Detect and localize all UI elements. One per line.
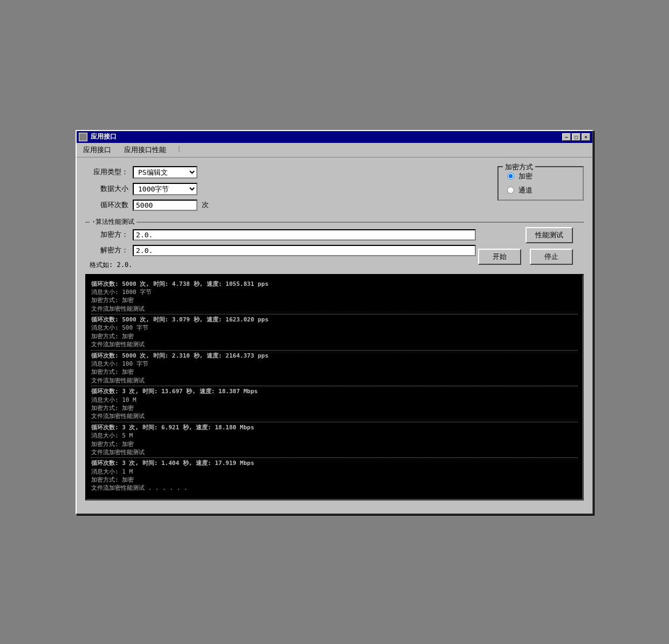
output-line: 文件流加密性能测试 bbox=[91, 305, 578, 313]
output-line: 消息大小: 100 字节 bbox=[91, 360, 578, 368]
output-line: 循环次数: 3 次, 时间: 13.697 秒, 速度: 18.387 Mbps bbox=[91, 387, 578, 395]
output-line: 文件流加密性能测试 bbox=[91, 448, 578, 456]
app-type-select[interactable]: PS编辑文 bbox=[133, 166, 197, 179]
encrypt-group: 加密方式 加密 通道 bbox=[497, 166, 584, 201]
maximize-button[interactable]: □ bbox=[572, 133, 581, 141]
output-line: 加密方式: 加密 bbox=[91, 368, 578, 376]
menu-bar: 应用接口 应用接口性能 | bbox=[77, 143, 592, 157]
start-button[interactable]: 开始 bbox=[478, 249, 521, 265]
button-area: 性能测试 开始 停止 bbox=[478, 227, 573, 265]
loop-count-unit: 次 bbox=[202, 200, 209, 210]
algo-section: ·算法性能测试 加密方： 解密方： 格式如: 2.0. 性能测试 开始 停止 bbox=[85, 222, 584, 270]
data-size-row: 数据大小 1000字节 bbox=[85, 183, 469, 195]
app-type-label: 应用类型： bbox=[85, 167, 128, 177]
minimize-button[interactable]: — bbox=[562, 133, 571, 141]
output-line: 循环次数: 5000 次, 时间: 3.079 秒, 速度: 1623.020 … bbox=[91, 316, 578, 324]
algo-section-label: ·算法性能测试 bbox=[90, 217, 136, 227]
output-line: 加密方式: 加密 bbox=[91, 332, 578, 340]
format-text: 格式如: 2.0. bbox=[90, 261, 476, 270]
form-left: 应用类型： PS编辑文 数据大小 1000字节 循环次数 5000 次 bbox=[85, 166, 469, 215]
top-row: 应用类型： PS编辑文 数据大小 1000字节 循环次数 5000 次 bbox=[85, 166, 584, 215]
menu-item-app-interface[interactable]: 应用接口 bbox=[81, 145, 113, 155]
stop-button[interactable]: 停止 bbox=[530, 249, 573, 265]
output-line: 加密方式: 加密 bbox=[91, 440, 578, 448]
encrypt-radio-row1: 加密 bbox=[507, 172, 574, 181]
encrypt-detail-input[interactable] bbox=[133, 229, 476, 241]
title-bar: 应用接口 — □ × bbox=[77, 131, 592, 143]
output-divider bbox=[91, 422, 578, 422]
encrypt-groupbox: 加密方式 加密 通道 bbox=[487, 166, 584, 201]
output-line: 消息大小: 500 字节 bbox=[91, 324, 578, 332]
encrypt-radio-option2[interactable] bbox=[507, 187, 514, 194]
data-size-label: 数据大小 bbox=[85, 184, 128, 194]
main-content: 应用类型： PS编辑文 数据大小 1000字节 循环次数 5000 次 bbox=[77, 157, 592, 513]
start-stop-buttons: 开始 停止 bbox=[478, 249, 573, 265]
test-button[interactable]: 性能测试 bbox=[525, 227, 573, 243]
output-line: 消息大小: 1000 字节 bbox=[91, 288, 578, 296]
output-line: 加密方式: 加密 bbox=[91, 404, 578, 412]
main-window: 应用接口 — □ × 应用接口 应用接口性能 | 应用类型： PS编辑文 bbox=[76, 130, 593, 515]
encrypt-group-title: 加密方式 bbox=[503, 162, 535, 172]
decrypt-detail-row: 解密方： bbox=[85, 245, 476, 256]
output-line: 文件流加密性能测试 bbox=[91, 412, 578, 420]
close-button[interactable]: × bbox=[582, 133, 590, 141]
output-line: 加密方式: 加密 bbox=[91, 476, 578, 484]
output-line: 循环次数: 5000 次, 时间: 2.310 秒, 速度: 2164.373 … bbox=[91, 352, 578, 360]
window-title: 应用接口 bbox=[91, 132, 117, 141]
title-bar-controls: — □ × bbox=[562, 133, 590, 141]
output-divider bbox=[91, 386, 578, 386]
output-line: 文件流加密性能测试 bbox=[91, 340, 578, 348]
loop-count-row: 循环次数 5000 次 bbox=[85, 200, 469, 211]
loop-count-label: 循环次数 bbox=[85, 200, 128, 210]
decrypt-detail-input[interactable] bbox=[133, 245, 476, 256]
app-type-row: 应用类型： PS编辑文 bbox=[85, 166, 469, 179]
output-line: 文件流加密性能测试 . . . . . . bbox=[91, 484, 578, 492]
data-size-select[interactable]: 1000字节 bbox=[133, 183, 197, 195]
output-line: 文件流加密性能测试 bbox=[91, 376, 578, 385]
title-bar-left: 应用接口 bbox=[79, 132, 117, 141]
encrypt-radio-row2: 通道 bbox=[507, 186, 574, 195]
output-line: 循环次数: 3 次, 时间: 6.921 秒, 速度: 18.180 Mbps bbox=[91, 423, 578, 431]
menu-separator: | bbox=[177, 145, 181, 155]
output-line: 消息大小: 10 M bbox=[91, 396, 578, 404]
output-line: 消息大小: 5 M bbox=[91, 431, 578, 440]
encrypt-detail-label: 加密方： bbox=[85, 230, 128, 239]
encrypt-radio-option1[interactable] bbox=[507, 173, 514, 180]
encrypt-radio-label1: 加密 bbox=[518, 172, 533, 181]
encrypt-detail-row: 加密方： bbox=[85, 229, 476, 241]
app-icon bbox=[79, 133, 87, 141]
output-line: 消息大小: 1 M bbox=[91, 468, 578, 476]
menu-item-app-perf[interactable]: 应用接口性能 bbox=[122, 145, 168, 155]
output-box[interactable]: 循环次数: 5000 次, 时间: 4.738 秒, 速度: 1055.831 … bbox=[85, 274, 584, 501]
loop-count-input[interactable]: 5000 bbox=[133, 200, 197, 211]
output-divider bbox=[91, 350, 578, 351]
output-line: 循环次数: 3 次, 时间: 1.404 秒, 速度: 17.919 Mbps bbox=[91, 459, 578, 467]
output-line: 循环次数: 5000 次, 时间: 4.738 秒, 速度: 1055.831 … bbox=[91, 280, 578, 288]
output-divider bbox=[91, 314, 578, 314]
decrypt-detail-label: 解密方： bbox=[85, 245, 128, 255]
encrypt-radio-label2: 通道 bbox=[518, 186, 533, 195]
output-line: 加密方式: 加密 bbox=[91, 296, 578, 304]
output-divider bbox=[91, 457, 578, 458]
